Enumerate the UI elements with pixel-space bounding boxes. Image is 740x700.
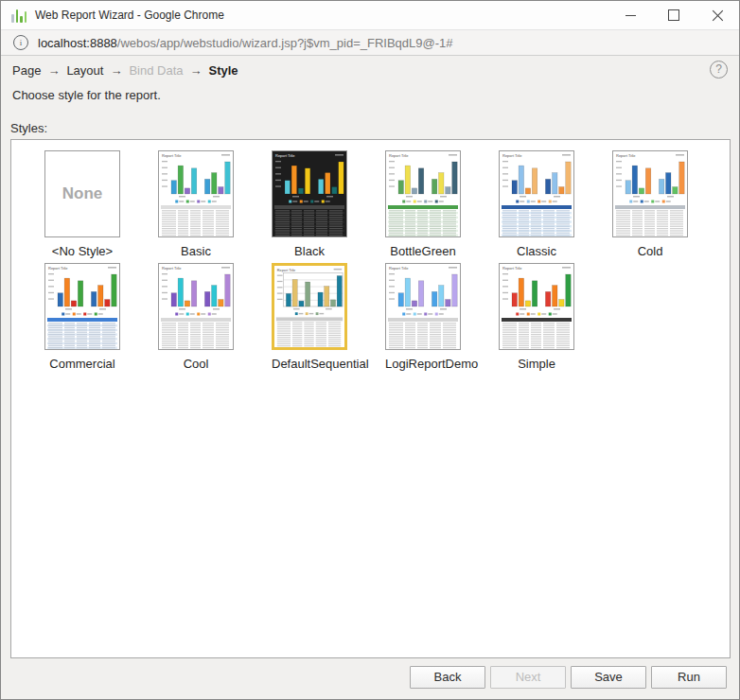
save-button[interactable]: Save	[571, 666, 646, 689]
style-thumbnail-DefaultSequential: Report Title	[272, 263, 347, 350]
next-button: Next	[490, 666, 566, 689]
url-path: /webos/app/webstudio/wizard.jsp?j$vm_pid…	[117, 36, 453, 50]
style-name-label: Basic	[158, 244, 234, 259]
none-text: None	[62, 184, 103, 203]
style-thumbnail-Cold: Report Title	[612, 150, 688, 237]
style-thumbnail-Simple: Report Title	[499, 263, 574, 350]
style-option-Classic[interactable]: Report TitleClassic	[499, 150, 574, 259]
styles-row: Report TitleCommercialReport TitleCoolRe…	[11, 263, 730, 372]
style-thumbnail-Classic: Report Title	[499, 150, 574, 237]
url-text: localhost:8888/webos/app/webstudio/wizar…	[38, 36, 453, 50]
style-name-label: Commercial	[44, 357, 120, 372]
svg-text:Report Title: Report Title	[502, 153, 522, 158]
styles-row: None<No Style>Report TitleBasicReport Ti…	[11, 150, 730, 259]
wizard-step-layout[interactable]: Layout	[66, 63, 103, 78]
style-option-none[interactable]: None<No Style>	[44, 150, 120, 259]
svg-text:Report Title: Report Title	[162, 153, 182, 158]
style-option-DefaultSequential[interactable]: Report TitleDefaultSequential	[272, 263, 347, 372]
style-thumbnail-Basic: Report Title	[158, 150, 234, 237]
breadcrumb: Page→Layout→Bind Data→Style	[12, 63, 238, 78]
maximize-icon	[668, 9, 679, 21]
address-bar[interactable]: i localhost:8888/webos/app/webstudio/wiz…	[1, 30, 739, 56]
wizard-step-style[interactable]: Style	[209, 63, 238, 78]
styles-label: Styles:	[10, 121, 47, 135]
url-host: localhost:8888	[38, 36, 117, 50]
app-logo-icon	[11, 8, 26, 23]
style-name-label: Cold	[612, 244, 688, 259]
help-button[interactable]: ?	[710, 61, 728, 79]
run-button[interactable]: Run	[651, 666, 727, 689]
svg-text:Report Title: Report Title	[616, 153, 636, 158]
style-name-label: Simple	[499, 357, 574, 372]
style-name-label: BottleGreen	[385, 244, 461, 259]
minimize-button[interactable]	[608, 2, 652, 29]
wizard-step-bind-data: Bind Data	[129, 63, 183, 78]
wizard-description: Choose style for the report.	[12, 88, 161, 102]
svg-text:Report Title: Report Title	[389, 153, 409, 158]
breadcrumb-arrow-icon: →	[47, 63, 60, 78]
style-option-Cool[interactable]: Report TitleCool	[158, 263, 234, 372]
breadcrumb-arrow-icon: →	[110, 63, 122, 78]
style-name-label: LogiReportDemo	[385, 357, 461, 372]
style-thumbnail-Black: Report Title	[272, 150, 347, 237]
style-thumbnail-BottleGreen: Report Title	[385, 150, 461, 237]
style-thumbnail-none: None	[44, 150, 120, 237]
svg-text:Report Title: Report Title	[48, 266, 68, 271]
wizard-step-page[interactable]: Page	[12, 63, 41, 78]
style-option-Black[interactable]: Report TitleBlack	[272, 150, 347, 259]
svg-text:Report Title: Report Title	[162, 266, 182, 271]
style-name-label: Black	[272, 244, 347, 259]
style-name-label: Classic	[499, 244, 574, 259]
style-thumbnail-Cool: Report Title	[158, 263, 234, 350]
style-option-Simple[interactable]: Report TitleSimple	[499, 263, 574, 372]
minimize-icon	[625, 15, 636, 16]
style-thumbnail-LogiReportDemo: Report Title	[385, 263, 461, 350]
breadcrumb-arrow-icon: →	[190, 63, 203, 78]
style-option-Cold[interactable]: Report TitleCold	[612, 150, 688, 259]
style-option-LogiReportDemo[interactable]: Report TitleLogiReportDemo	[385, 263, 461, 372]
styles-panel: None<No Style>Report TitleBasicReport Ti…	[10, 139, 731, 658]
svg-text:Report Title: Report Title	[502, 266, 522, 271]
style-option-Commercial[interactable]: Report TitleCommercial	[44, 263, 120, 372]
browser-window: Web Report Wizard - Google Chrome i loca…	[0, 0, 740, 700]
style-name-label: Cool	[158, 357, 234, 372]
style-thumbnail-Commercial: Report Title	[44, 263, 120, 350]
title-bar: Web Report Wizard - Google Chrome	[1, 1, 739, 30]
svg-text:Report Title: Report Title	[275, 153, 295, 158]
maximize-button[interactable]	[652, 2, 696, 29]
style-name-label: DefaultSequential	[272, 357, 347, 372]
page-info-icon[interactable]: i	[13, 35, 28, 50]
close-button[interactable]	[696, 2, 739, 29]
window-title: Web Report Wizard - Google Chrome	[35, 9, 608, 22]
back-button[interactable]: Back	[410, 666, 485, 689]
style-option-Basic[interactable]: Report TitleBasic	[158, 150, 234, 259]
style-option-BottleGreen[interactable]: Report TitleBottleGreen	[385, 150, 461, 259]
style-name-label: <No Style>	[44, 244, 120, 259]
footer-buttons: BackNextSaveRun	[410, 666, 727, 689]
close-icon	[712, 9, 724, 22]
svg-text:Report Title: Report Title	[277, 269, 295, 272]
svg-text:Report Title: Report Title	[389, 266, 409, 271]
